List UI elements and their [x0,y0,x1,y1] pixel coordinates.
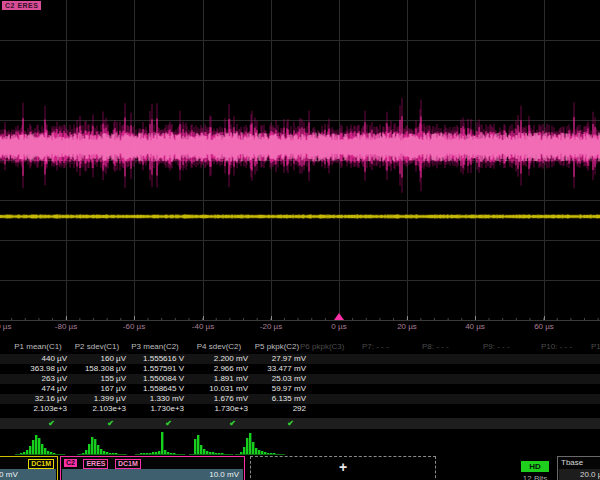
param-max: 10.031 mV [188,384,248,394]
status-check-icon: ✔ [66,418,126,429]
oscilloscope-screen: C2 ERES -100 µs -80 µs -60 µs -40 µs -20… [0,0,600,480]
param-header-p2[interactable]: P2 sdev(C1) [66,342,128,352]
hd-mode-indicator[interactable]: HD 12 Bits [514,455,556,480]
param-value: 160 µV [66,354,126,364]
param-max: 1.558645 V [124,384,184,394]
hd-badge: HD [521,461,549,472]
axis-label: -40 µs [192,322,214,331]
param-header-row: P1 mean(C1) P2 sdev(C1) P3 mean(C2) P4 s… [0,342,600,352]
param-mean: 33.477 mV [246,364,306,374]
param-header-p9[interactable]: P9: - - - [483,342,510,352]
hd-bits-label: 12 Bits [514,474,556,480]
param-row-sdev: 32.16 µV 1.399 µV 1.330 mV 1.676 mV 6.13… [0,394,600,404]
param-max: 59.97 mV [246,384,306,394]
c2-coupling-badge: DC1M [115,459,141,469]
waveform-traces [0,0,600,334]
measurement-table: P1 mean(C1) P2 sdev(C1) P3 mean(C2) P4 s… [0,342,600,430]
param-row-num: 2.103e+3 2.103e+3 1.730e+3 1.730e+3 292 [0,404,600,414]
status-check-icon: ✔ [246,418,306,429]
param-header-p7[interactable]: P7: - - - [362,342,389,352]
axis-label: -100 µs [0,322,11,331]
trace-label: C2 ERES [2,1,41,10]
param-sdev: 1.399 µV [66,394,126,404]
param-max: 474 µV [7,384,67,394]
param-row-value: 440 µV 160 µV 1.555616 V 2.200 mV 27.97 … [0,354,600,364]
channel-c2-descriptor[interactable]: C2 ERES DC1M 10.0 mV [60,456,245,480]
param-max: 167 µV [66,384,126,394]
channel-c1-descriptor[interactable]: DC1M 10.0 mV [0,456,58,480]
param-row-min: 263 µV 155 µV 1.550084 V 1.891 mV 25.03 … [0,374,600,384]
param-min: 1.891 mV [188,374,248,384]
param-mean: 158.308 µV [66,364,126,374]
param-mean: 363.98 µV [7,364,67,374]
param-min: 155 µV [66,374,126,384]
axis-label: -80 µs [55,322,77,331]
axis-label: -60 µs [123,322,145,331]
param-value: 440 µV [7,354,67,364]
param-sdev: 1.676 mV [188,394,248,404]
trigger-time-marker[interactable] [334,313,344,320]
param-header-p4[interactable]: P4 sdev(C2) [188,342,250,352]
descriptor-bar: DC1M 10.0 mV C2 ERES DC1M 10.0 mV + HD 1… [0,456,600,480]
param-header-p6[interactable]: P6 pkpk(C3) [300,342,344,352]
param-header-p5[interactable]: P5 pkpk(C2) [246,342,308,352]
timebase-descriptor[interactable]: Tbase 20.0 µs/div [557,456,600,480]
param-min: 263 µV [7,374,67,384]
param-num: 1.730e+3 [124,404,184,414]
axis-label: 40 µs [465,322,485,331]
param-header-p10[interactable]: P10: - - - [541,342,572,352]
param-mean: 2.966 mV [188,364,248,374]
param-row-status: ✔ ✔ ✔ ✔ ✔ [0,418,600,429]
tbase-tdiv-value: 20.0 µs/div [580,469,600,480]
param-row-max: 474 µV 167 µV 1.558645 V 10.031 mV 59.97… [0,384,600,394]
status-check-icon: ✔ [124,418,184,429]
param-sdev: 1.330 mV [124,394,184,404]
c2-vdiv-value: 10.0 mV [209,469,239,480]
param-value: 2.200 mV [188,354,248,364]
param-row-mean: 363.98 µV 158.308 µV 1.557591 V 2.966 mV… [0,364,600,374]
c1-coupling-badge: DC1M [28,459,54,469]
parameter-histicons[interactable] [0,430,600,457]
param-header-p11[interactable]: P11: - - - [591,342,600,352]
param-num: 2.103e+3 [66,404,126,414]
param-value: 27.97 mV [246,354,306,364]
status-check-icon: ✔ [7,418,67,429]
add-trace-button[interactable]: + [250,456,436,480]
param-value: 1.555616 V [124,354,184,364]
param-sdev: 32.16 µV [7,394,67,404]
param-mean: 1.557591 V [124,364,184,374]
axis-label: -20 µs [260,322,282,331]
param-num: 2.103e+3 [7,404,67,414]
param-header-p8[interactable]: P8: - - - [422,342,449,352]
tbase-title: Tbase [561,458,583,467]
param-num: 292 [246,404,306,414]
c2-eres-badge: ERES [83,459,108,469]
param-header-p1[interactable]: P1 mean(C1) [7,342,69,352]
param-num: 1.730e+3 [188,404,248,414]
param-header-p3[interactable]: P3 mean(C2) [124,342,186,352]
axis-label: 60 µs [534,322,554,331]
c1-vdiv-value: 10.0 mV [0,469,18,480]
param-min: 25.03 mV [246,374,306,384]
plus-icon: + [251,459,435,475]
axis-label: 0 µs [331,322,346,331]
param-sdev: 6.135 mV [246,394,306,404]
axis-label: 20 µs [397,322,417,331]
status-check-icon: ✔ [188,418,248,429]
param-min: 1.550084 V [124,374,184,384]
c2-channel-badge: C2 [64,459,77,467]
